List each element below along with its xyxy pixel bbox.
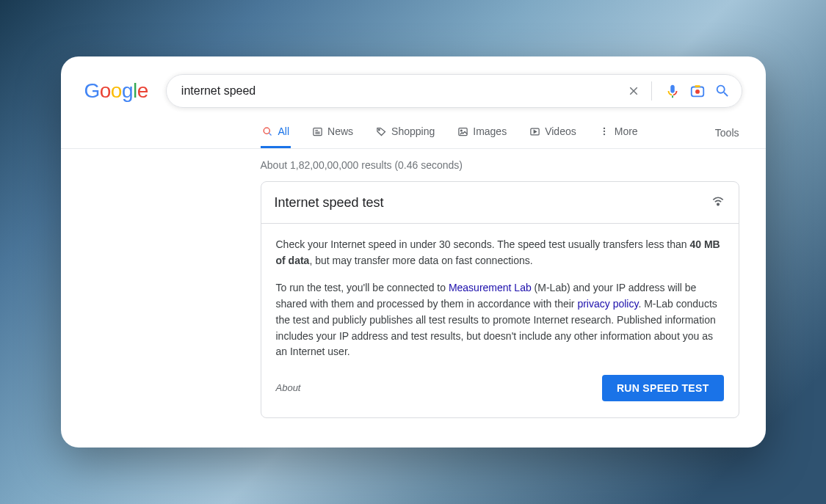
- tag-icon: [375, 125, 387, 137]
- tab-videos-label: Videos: [545, 125, 576, 137]
- card-title: Internet speed test: [275, 195, 384, 211]
- result-stats: About 1,82,00,00,000 results (0.46 secon…: [261, 159, 742, 171]
- clear-icon[interactable]: [625, 82, 642, 100]
- card-p1: Check your Internet speed in under 30 se…: [276, 237, 724, 269]
- tools-link[interactable]: Tools: [715, 120, 739, 147]
- tab-all-label: All: [278, 125, 290, 137]
- speed-test-card: Internet speed test Check your Internet …: [261, 181, 739, 418]
- tabs-row: All News Shopping Images: [61, 118, 766, 148]
- news-icon: [311, 125, 323, 137]
- search-small-icon: [262, 125, 274, 137]
- svg-rect-2: [695, 85, 700, 87]
- more-icon: [598, 125, 610, 137]
- card-body: Check your Internet speed in under 30 se…: [261, 224, 739, 360]
- wifi-icon: [711, 194, 725, 211]
- search-input[interactable]: [181, 84, 625, 98]
- image-icon: [457, 125, 468, 137]
- tab-images-label: Images: [473, 125, 507, 137]
- tabs: All News Shopping Images: [261, 118, 640, 148]
- video-icon: [529, 125, 540, 137]
- svg-point-11: [460, 130, 462, 131]
- search-box[interactable]: [166, 74, 742, 108]
- tab-news[interactable]: News: [310, 118, 355, 148]
- tab-all[interactable]: All: [261, 118, 291, 148]
- top-bar: Google: [61, 74, 766, 118]
- results: About 1,82,00,00,000 results (0.46 secon…: [61, 149, 766, 418]
- tab-more[interactable]: More: [597, 118, 640, 148]
- search-divider: [651, 81, 652, 101]
- card-p2: To run the test, you'll be connected to …: [276, 280, 724, 359]
- svg-point-1: [695, 90, 700, 94]
- window: Google: [61, 56, 766, 448]
- svg-point-3: [264, 128, 269, 134]
- card-p2-a: To run the test, you'll be connected to: [276, 282, 449, 293]
- card-p1-c: , but may transfer more data on fast con…: [309, 255, 532, 266]
- tab-shopping-label: Shopping: [391, 125, 435, 137]
- run-speed-test-button[interactable]: RUN SPEED TEST: [602, 375, 724, 401]
- search-icon[interactable]: [714, 82, 731, 100]
- card-p1-a: Check your Internet speed in under 30 se…: [276, 238, 690, 250]
- tab-images[interactable]: Images: [455, 118, 508, 148]
- svg-point-13: [604, 128, 605, 129]
- svg-line-4: [269, 133, 271, 135]
- about-link[interactable]: About: [276, 382, 301, 393]
- card-footer: About RUN SPEED TEST: [261, 372, 739, 417]
- privacy-policy-link[interactable]: privacy policy: [577, 298, 638, 310]
- tab-videos[interactable]: Videos: [527, 118, 578, 148]
- measurement-lab-link[interactable]: Measurement Lab: [449, 282, 532, 293]
- svg-point-15: [604, 134, 605, 135]
- google-logo[interactable]: Google: [84, 79, 148, 103]
- tab-more-label: More: [615, 125, 638, 137]
- search-actions: [625, 81, 731, 101]
- card-header: Internet speed test: [261, 182, 739, 224]
- mic-icon[interactable]: [664, 82, 681, 100]
- tab-news-label: News: [327, 125, 353, 137]
- svg-point-9: [378, 129, 380, 131]
- camera-icon[interactable]: [689, 82, 706, 100]
- svg-point-14: [604, 131, 605, 132]
- svg-point-16: [717, 203, 719, 205]
- tab-shopping[interactable]: Shopping: [374, 118, 436, 148]
